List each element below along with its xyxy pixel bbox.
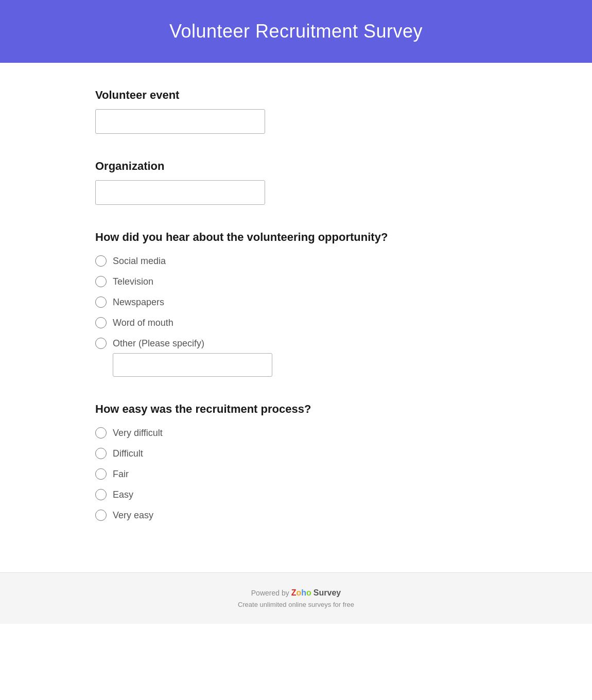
option-easy[interactable]: Easy [95,489,497,500]
recruitment-ease-section: How easy was the recruitment process? Ve… [95,402,497,521]
other-input-container [113,353,497,377]
radio-newspapers[interactable] [95,296,107,308]
organization-section: Organization [95,160,497,205]
option-fair[interactable]: Fair [95,468,497,480]
label-fair: Fair [113,469,129,480]
page-header: Volunteer Recruitment Survey [0,0,592,63]
page-footer: Powered by Zoho Survey Create unlimited … [0,573,592,624]
main-content: Volunteer event Organization How did you… [64,63,528,572]
option-television[interactable]: Television [95,276,497,287]
zoho-z: Z [291,588,297,598]
radio-very-easy[interactable] [95,510,107,521]
option-other-container: Other (Please specify) [95,338,497,377]
option-very-easy[interactable]: Very easy [95,510,497,521]
hear-about-question: How did you hear about the volunteering … [95,231,497,244]
volunteer-event-input[interactable] [95,109,265,134]
footer-tagline: Create unlimited online surveys for free [10,601,582,608]
radio-television[interactable] [95,276,107,287]
hear-about-options: Social media Television Newspapers Word … [95,255,497,377]
radio-social-media[interactable] [95,255,107,267]
option-word-of-mouth[interactable]: Word of mouth [95,317,497,328]
option-newspapers[interactable]: Newspapers [95,296,497,308]
survey-label: Survey [314,588,341,598]
label-very-easy: Very easy [113,510,153,521]
radio-very-difficult[interactable] [95,427,107,439]
recruitment-ease-question: How easy was the recruitment process? [95,402,497,416]
volunteer-event-label: Volunteer event [95,89,497,102]
label-very-difficult: Very difficult [113,428,163,439]
page-title: Volunteer Recruitment Survey [10,21,582,42]
label-social-media: Social media [113,256,166,267]
label-difficult: Difficult [113,448,143,459]
zoho-o2: o [306,588,311,598]
label-newspapers: Newspapers [113,297,164,308]
radio-other[interactable] [95,338,107,349]
powered-by-text: Powered by [251,589,289,597]
radio-difficult[interactable] [95,448,107,459]
label-word-of-mouth: Word of mouth [113,318,173,328]
other-specify-input[interactable] [113,353,272,377]
organization-input[interactable] [95,180,265,205]
radio-word-of-mouth[interactable] [95,317,107,328]
radio-easy[interactable] [95,489,107,500]
zoho-o1: o [297,588,302,598]
volunteer-event-section: Volunteer event [95,89,497,134]
option-difficult[interactable]: Difficult [95,448,497,459]
zoho-logo: Zoho [291,588,311,598]
hear-about-section: How did you hear about the volunteering … [95,231,497,377]
radio-fair[interactable] [95,468,107,480]
option-social-media[interactable]: Social media [95,255,497,267]
option-very-difficult[interactable]: Very difficult [95,427,497,439]
label-easy: Easy [113,489,133,500]
label-television: Television [113,276,153,287]
organization-label: Organization [95,160,497,173]
powered-by-line: Powered by Zoho Survey [10,588,582,598]
label-other: Other (Please specify) [113,338,204,349]
zoho-h: h [301,588,306,598]
option-other[interactable]: Other (Please specify) [95,338,497,349]
recruitment-ease-options: Very difficult Difficult Fair Easy Very … [95,427,497,521]
